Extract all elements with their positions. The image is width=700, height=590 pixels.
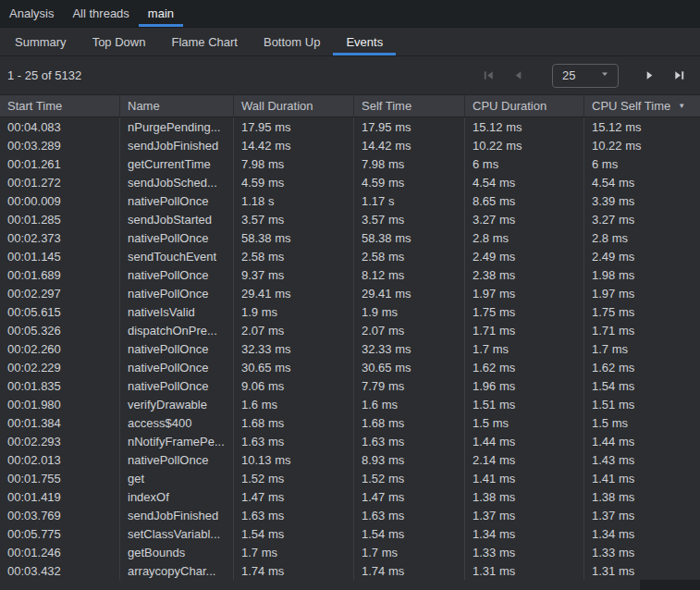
table-cell: 1.63 ms <box>354 432 465 450</box>
table-row[interactable]: 00:01.246getBounds1.7 ms1.7 ms1.33 ms1.3… <box>0 543 700 561</box>
table-cell: 6 ms <box>465 154 584 173</box>
table-row[interactable]: 00:05.775setClassVariabl...1.54 ms1.54 m… <box>0 524 700 543</box>
table-cell: 00:05.326 <box>0 321 120 339</box>
table-row[interactable]: 00:03.432arraycopyChar...1.74 ms1.74 ms1… <box>0 561 700 580</box>
column-header-self-time[interactable]: Self Time <box>354 95 465 117</box>
table-row[interactable]: 00:03.289sendJobFinished14.42 ms14.42 ms… <box>0 136 700 154</box>
table-cell: 1.54 ms <box>584 376 700 395</box>
table-cell: 00:02.229 <box>0 358 120 376</box>
next-page-button[interactable] <box>637 64 661 88</box>
last-page-icon <box>672 68 686 82</box>
table-cell: 1.33 ms <box>465 543 584 561</box>
table-row[interactable]: 00:01.835nativePollOnce9.06 ms7.79 ms1.9… <box>0 376 700 395</box>
table-cell: 00:01.689 <box>0 265 120 284</box>
table-row[interactable]: 00:05.326dispatchOnPre...2.07 ms2.07 ms1… <box>0 321 700 339</box>
table-row[interactable]: 00:01.755get1.52 ms1.52 ms1.41 ms1.41 ms <box>0 469 700 487</box>
table-cell: sendTouchEvent <box>120 247 234 265</box>
table-cell: 1.75 ms <box>465 302 584 321</box>
table-row[interactable]: 00:04.083nPurgePending...17.95 ms17.95 m… <box>0 117 700 136</box>
table-row[interactable]: 00:01.285sendJobStarted3.57 ms3.57 ms3.2… <box>0 210 700 228</box>
table-cell: 4.54 ms <box>584 173 700 191</box>
table-cell: 10.22 ms <box>584 136 700 154</box>
table-cell: 00:04.083 <box>0 117 120 136</box>
table-row[interactable]: 00:03.769sendJobFinished1.63 ms1.63 ms1.… <box>0 506 700 524</box>
table-cell: 1.47 ms <box>354 487 465 506</box>
tab-flame-chart[interactable]: Flame Chart <box>158 28 251 55</box>
table-row[interactable]: 00:02.373nativePollOnce58.38 ms58.38 ms2… <box>0 228 700 247</box>
tab-bottom-up[interactable]: Bottom Up <box>251 28 333 55</box>
table-row[interactable]: 00:01.261getCurrentTime7.98 ms7.98 ms6 m… <box>0 154 700 173</box>
table-cell: 2.8 ms <box>465 228 584 247</box>
chevron-down-icon <box>599 68 610 82</box>
last-page-button[interactable] <box>667 64 691 88</box>
column-header-cpu-self-time[interactable]: CPU Self Time▼ <box>584 95 700 117</box>
table-cell: indexOf <box>120 487 234 506</box>
table-cell: 1.71 ms <box>584 321 700 339</box>
table-cell: 00:02.013 <box>0 450 120 469</box>
table-cell: 1.17 s <box>354 191 465 210</box>
table-row[interactable]: 00:02.013nativePollOnce10.13 ms8.93 ms2.… <box>0 450 700 469</box>
table-cell: 00:00.009 <box>0 191 120 210</box>
table-cell: nativePollOnce <box>120 284 234 302</box>
table-body: 00:04.083nPurgePending...17.95 ms17.95 m… <box>0 117 700 590</box>
tab-summary[interactable]: Summary <box>2 28 80 55</box>
table-cell: 1.6 ms <box>234 395 354 413</box>
table-row[interactable]: 00:01.689nativePollOnce9.37 ms8.12 ms2.3… <box>0 265 700 284</box>
table-cell: access$400 <box>120 413 234 432</box>
table-cell: 1.7 ms <box>584 339 700 358</box>
table-cell: 1.5 ms <box>465 413 584 432</box>
table-row[interactable]: 00:01.419indexOf1.47 ms1.47 ms1.38 ms1.3… <box>0 487 700 506</box>
table-cell: getBounds <box>120 543 234 561</box>
table-cell: 1.31 ms <box>584 561 700 580</box>
table-row[interactable]: 00:02.293nNotifyFramePe...1.63 ms1.63 ms… <box>0 432 700 450</box>
table-cell: 1.18 s <box>234 191 354 210</box>
table-row[interactable]: 00:00.009nativePollOnce1.18 s1.17 s8.65 … <box>0 191 700 210</box>
table-cell: 1.37 ms <box>584 506 700 524</box>
table-cell: 00:01.246 <box>0 543 120 561</box>
prev-page-button[interactable] <box>506 64 530 88</box>
table-cell: 9.06 ms <box>234 376 354 395</box>
table-cell: 00:02.373 <box>0 228 120 247</box>
pagination-controls: 25 <box>476 64 691 88</box>
table-row[interactable]: 00:01.980verifyDrawable1.6 ms1.6 ms1.51 … <box>0 395 700 413</box>
tab-top-down[interactable]: Top Down <box>80 28 159 55</box>
table-cell: 1.7 ms <box>465 339 584 358</box>
tab-analysis[interactable]: Analysis <box>0 0 63 27</box>
tab-events[interactable]: Events <box>333 28 396 55</box>
tab-main[interactable]: main <box>139 0 183 27</box>
table-cell: 58.38 ms <box>234 228 354 247</box>
column-header-start-time[interactable]: Start Time <box>0 95 120 117</box>
table-cell: sendJobFinished <box>120 136 234 154</box>
table-cell: 2.38 ms <box>465 265 584 284</box>
column-header-name[interactable]: Name <box>120 95 234 117</box>
table-cell: 7.79 ms <box>354 376 465 395</box>
table-row[interactable]: 00:02.229nativePollOnce30.65 ms30.65 ms1… <box>0 358 700 376</box>
table-cell: 00:01.285 <box>0 210 120 228</box>
column-label: CPU Self Time <box>592 99 670 113</box>
table-row[interactable]: 00:02.297nativePollOnce29.41 ms29.41 ms1… <box>0 284 700 302</box>
column-header-wall-duration[interactable]: Wall Duration <box>234 95 354 117</box>
table-cell: 1.74 ms <box>234 561 354 580</box>
table-row[interactable]: 00:05.615nativeIsValid1.9 ms1.9 ms1.75 m… <box>0 302 700 321</box>
table-cell: 2.58 ms <box>234 247 354 265</box>
table-cell: verifyDrawable <box>120 395 234 413</box>
table-row[interactable]: 00:01.384access$4001.68 ms1.68 ms1.5 ms1… <box>0 413 700 432</box>
table-cell: 1.9 ms <box>354 302 465 321</box>
page-size-dropdown[interactable]: 25 <box>552 64 619 88</box>
table-cell: 58.38 ms <box>354 228 465 247</box>
table-cell: 00:05.775 <box>0 524 120 543</box>
table-cell: 1.97 ms <box>465 284 584 302</box>
first-page-button[interactable] <box>476 64 500 88</box>
column-label: Self Time <box>362 99 411 113</box>
table-row[interactable]: 00:01.272sendJobSched...4.59 ms4.59 ms4.… <box>0 173 700 191</box>
table-cell: 1.62 ms <box>465 358 584 376</box>
table-cell: nativePollOnce <box>120 265 234 284</box>
page-size-value: 25 <box>562 68 575 82</box>
table-cell: 15.12 ms <box>465 117 584 136</box>
tab-all-threads[interactable]: All threads <box>63 0 138 27</box>
table-cell: 17.95 ms <box>354 117 465 136</box>
column-header-cpu-duration[interactable]: CPU Duration <box>465 95 584 117</box>
table-cell: sendJobSched... <box>120 173 234 191</box>
table-row[interactable]: 00:02.260nativePollOnce32.33 ms32.33 ms1… <box>0 339 700 358</box>
table-row[interactable]: 00:01.145sendTouchEvent2.58 ms2.58 ms2.4… <box>0 247 700 265</box>
